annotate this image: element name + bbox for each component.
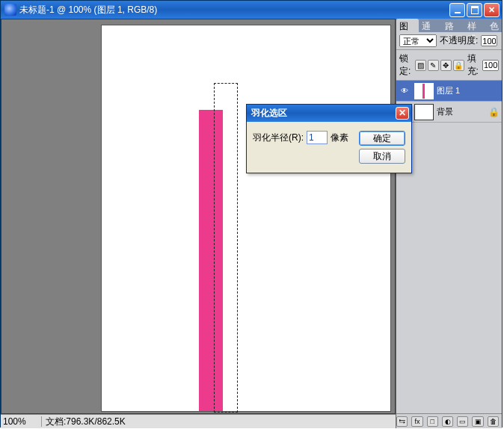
minimize-button[interactable] xyxy=(449,3,465,17)
ok-button[interactable]: 确定 xyxy=(359,131,405,146)
lock-label: 锁定: xyxy=(399,52,412,78)
dialog-close-button[interactable]: ✕ xyxy=(396,107,409,120)
fill-label: 填充: xyxy=(467,52,480,78)
layer-name[interactable]: 背景 xyxy=(437,106,453,117)
window-title: 未标题-1 @ 100% (图层 1, RGB/8) xyxy=(19,4,449,16)
zoom-display[interactable]: 100% xyxy=(1,416,42,427)
main-window: 未标题-1 @ 100% (图层 1, RGB/8) ✕ 100% 文档:796… xyxy=(0,0,503,428)
layer-style-icon[interactable]: fx xyxy=(411,416,422,427)
artboard xyxy=(101,25,391,412)
blend-mode-select[interactable]: 正常 xyxy=(399,34,437,47)
lock-transparent-icon[interactable]: ▨ xyxy=(415,60,426,71)
document-info: 文档:796.3K/862.5K xyxy=(42,416,126,428)
status-bar: 100% 文档:796.3K/862.5K xyxy=(1,414,396,428)
layer-thumbnail[interactable] xyxy=(414,104,434,120)
lock-icons-group: ▨ ✎ ✥ 🔒 xyxy=(415,60,464,71)
layer-name[interactable]: 图层 1 xyxy=(437,85,460,96)
visibility-toggle-icon[interactable] xyxy=(398,84,411,98)
doc-info-value: 796.3K/862.5K xyxy=(66,416,125,427)
feather-radius-unit: 像素 xyxy=(331,132,348,144)
layers-list: 图层 1 背景 🔒 xyxy=(396,81,502,413)
canvas-viewport[interactable] xyxy=(1,19,396,414)
feather-radius-input[interactable] xyxy=(307,131,328,144)
title-bar: 未标题-1 @ 100% (图层 1, RGB/8) ✕ xyxy=(1,1,502,19)
canvas-area: 100% 文档:796.3K/862.5K xyxy=(1,19,396,428)
window-controls: ✕ xyxy=(449,3,502,17)
fill-input[interactable] xyxy=(482,60,499,71)
feather-radius-field: 羽化半径(R): 像素 xyxy=(253,131,354,144)
cancel-button[interactable]: 取消 xyxy=(359,149,405,164)
layer-item[interactable]: 图层 1 xyxy=(396,81,502,102)
feather-dialog: 羽化选区 ✕ 羽化半径(R): 像素 确定 取消 xyxy=(246,104,412,173)
tab-color[interactable]: 色 xyxy=(487,19,502,32)
dialog-title-bar[interactable]: 羽化选区 ✕ xyxy=(247,105,411,122)
feather-radius-label: 羽化半径(R): xyxy=(253,132,304,144)
opacity-label: 不透明度: xyxy=(440,34,478,47)
tab-styles[interactable]: 样式 xyxy=(464,19,487,32)
lock-all-icon[interactable]: 🔒 xyxy=(453,60,464,71)
lock-icon: 🔒 xyxy=(488,107,499,117)
client-area: 100% 文档:796.3K/862.5K 图层 通道 路径 样式 色 正常 不… xyxy=(1,19,502,428)
dialog-body: 羽化半径(R): 像素 确定 取消 xyxy=(247,122,411,173)
layer-thumbnail[interactable] xyxy=(414,83,434,99)
tab-paths[interactable]: 路径 xyxy=(442,19,464,32)
maximize-button[interactable] xyxy=(467,3,482,17)
marquee-selection xyxy=(214,83,238,413)
adjustment-layer-icon[interactable]: ◐ xyxy=(442,416,453,427)
dialog-buttons: 确定 取消 xyxy=(359,131,405,164)
new-layer-icon[interactable]: ▣ xyxy=(472,416,483,427)
layer-item[interactable]: 背景 🔒 xyxy=(396,102,502,123)
doc-info-label: 文档: xyxy=(46,416,66,427)
delete-layer-icon[interactable]: 🗑 xyxy=(488,416,499,427)
close-button[interactable]: ✕ xyxy=(484,3,500,17)
lock-row: 锁定: ▨ ✎ ✥ 🔒 填充: xyxy=(396,50,502,81)
panel-tabs: 图层 通道 路径 样式 色 xyxy=(396,19,502,32)
layers-panel-footer: ⮀ fx □ ◐ ▭ ▣ 🗑 xyxy=(396,413,502,428)
new-group-icon[interactable]: ▭ xyxy=(457,416,468,427)
blend-row: 正常 不透明度: xyxy=(396,32,502,50)
app-icon xyxy=(4,4,16,16)
panels-column: 图层 通道 路径 样式 色 正常 不透明度: 锁定: ▨ ✎ ✥ 🔒 填充: xyxy=(396,19,502,428)
opacity-input[interactable] xyxy=(481,35,497,46)
lock-position-icon[interactable]: ✥ xyxy=(440,60,452,71)
tab-channels[interactable]: 通道 xyxy=(419,19,441,32)
lock-pixels-icon[interactable]: ✎ xyxy=(428,60,439,71)
tab-layers[interactable]: 图层 xyxy=(396,19,419,32)
dialog-title: 羽化选区 xyxy=(251,107,396,120)
link-layers-icon[interactable]: ⮀ xyxy=(396,416,408,427)
layer-mask-icon[interactable]: □ xyxy=(427,416,438,427)
